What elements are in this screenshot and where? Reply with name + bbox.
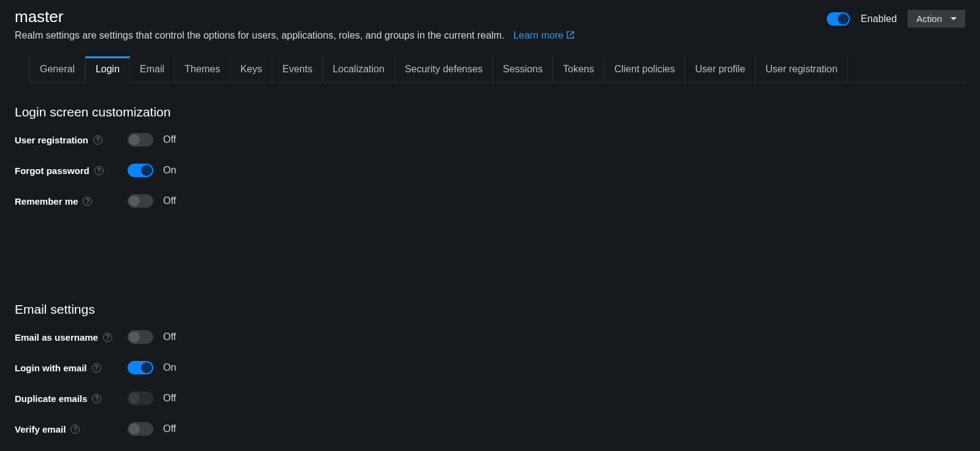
label-text: Duplicate emails <box>15 393 87 404</box>
help-icon[interactable]: ? <box>71 425 80 434</box>
tab-user-profile[interactable]: User profile <box>685 56 756 82</box>
switch-wrap: Off <box>128 392 176 405</box>
title-block: master Realm settings are settings that … <box>15 7 827 41</box>
verify-email-switch[interactable] <box>128 422 153 436</box>
switch-wrap: Off <box>128 330 176 344</box>
form-row: Verify email?Off <box>15 422 965 436</box>
help-icon[interactable]: ? <box>83 197 92 206</box>
form-label: User registration? <box>15 135 113 145</box>
tab-tokens[interactable]: Tokens <box>553 56 605 82</box>
help-icon[interactable]: ? <box>103 333 112 342</box>
user-registration-switch[interactable] <box>128 133 153 146</box>
section-title: Login screen customization <box>15 105 965 119</box>
tab-general[interactable]: General <box>29 56 85 82</box>
tab-client-policies[interactable]: Client policies <box>605 56 686 82</box>
switch-wrap: Off <box>128 422 176 436</box>
label-text: Verify email <box>15 424 66 434</box>
form-label: Remember me? <box>15 196 113 207</box>
tab-login[interactable]: Login <box>85 56 130 83</box>
page-title: master <box>15 7 827 26</box>
learn-more-text: Learn more <box>513 30 564 41</box>
switch-wrap: Off <box>128 194 176 208</box>
switch-status-text: Off <box>163 195 176 207</box>
switch-status-text: Off <box>163 393 176 404</box>
form-row: Email as username?Off <box>15 330 965 344</box>
section-spacer <box>15 225 965 280</box>
label-text: Email as username <box>15 332 98 343</box>
tabs-nav: GeneralLoginEmailThemesKeysEventsLocaliz… <box>29 56 965 83</box>
label-text: User registration <box>15 135 88 145</box>
action-dropdown-button[interactable]: Action <box>908 10 965 28</box>
switch-wrap: On <box>128 361 176 374</box>
help-icon[interactable]: ? <box>92 363 101 373</box>
forgot-password-switch[interactable] <box>128 164 153 177</box>
page-description: Realm settings are settings that control… <box>15 30 827 41</box>
tab-user-registration[interactable]: User registration <box>756 56 848 82</box>
label-text: Remember me <box>15 196 78 207</box>
sections-container: Login screen customizationUser registrat… <box>15 105 965 436</box>
realm-enabled-switch[interactable] <box>827 12 850 26</box>
help-icon[interactable]: ? <box>94 166 104 175</box>
header-controls: Enabled Action <box>827 10 965 28</box>
remember-me-switch[interactable] <box>128 194 153 208</box>
switch-wrap: Off <box>128 133 176 146</box>
page-header: master Realm settings are settings that … <box>15 7 965 41</box>
form-row: Duplicate emails?Off <box>15 392 965 405</box>
label-text: Login with email <box>15 363 87 373</box>
email-as-username-switch[interactable] <box>128 330 153 344</box>
external-link-icon <box>566 30 575 41</box>
tab-sessions[interactable]: Sessions <box>493 56 553 82</box>
switch-status-text: On <box>163 362 176 373</box>
help-icon[interactable]: ? <box>92 394 101 403</box>
form-row: User registration?Off <box>15 133 965 146</box>
switch-status-text: Off <box>163 134 176 145</box>
tab-keys[interactable]: Keys <box>231 56 273 82</box>
form-row: Remember me?Off <box>15 194 965 208</box>
tab-localization[interactable]: Localization <box>323 56 395 82</box>
form-label: Duplicate emails? <box>15 393 113 404</box>
switch-status-text: Off <box>163 332 176 343</box>
label-text: Forgot password <box>15 165 90 176</box>
form-label: Login with email? <box>15 363 113 373</box>
tab-events[interactable]: Events <box>272 56 323 82</box>
action-button-label: Action <box>916 13 942 24</box>
realm-enabled-switch-wrap <box>827 12 850 26</box>
login-with-email-switch[interactable] <box>128 361 153 374</box>
caret-down-icon <box>951 17 957 20</box>
description-text: Realm settings are settings that control… <box>15 30 505 40</box>
switch-wrap: On <box>128 164 176 177</box>
tab-email[interactable]: Email <box>130 56 175 82</box>
help-icon[interactable]: ? <box>93 135 102 145</box>
tab-security-defenses[interactable]: Security defenses <box>395 56 493 82</box>
duplicate-emails-switch <box>128 392 153 405</box>
form-row: Login with email?On <box>15 361 965 374</box>
form-row: Forgot password?On <box>15 164 965 177</box>
form-label: Forgot password? <box>15 165 113 176</box>
form-label: Verify email? <box>15 424 113 434</box>
tab-themes[interactable]: Themes <box>175 56 231 82</box>
realm-enabled-label: Enabled <box>861 13 897 25</box>
switch-status-text: On <box>163 165 176 176</box>
switch-status-text: Off <box>163 423 176 434</box>
section-title: Email settings <box>15 302 965 317</box>
form-label: Email as username? <box>15 332 113 343</box>
learn-more-link[interactable]: Learn more <box>513 30 575 41</box>
